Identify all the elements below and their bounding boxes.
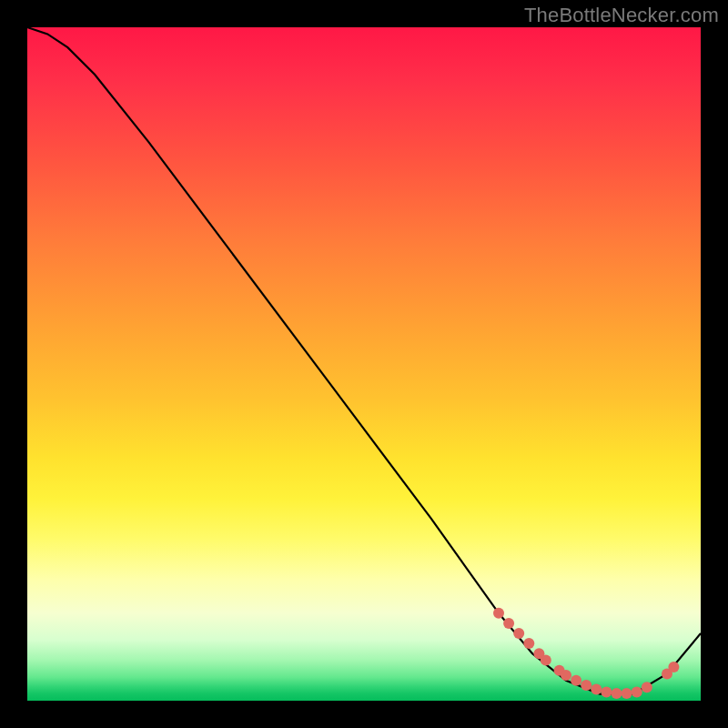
- marker-dot: [513, 628, 524, 639]
- marker-group: [493, 608, 679, 699]
- marker-dot: [581, 680, 592, 691]
- marker-dot: [523, 638, 534, 649]
- marker-dot: [601, 686, 612, 697]
- marker-dot: [541, 655, 551, 666]
- main-curve: [27, 27, 701, 694]
- watermark-text: TheBottleNecker.com: [524, 4, 719, 27]
- marker-dot: [571, 675, 581, 686]
- marker-dot: [632, 686, 642, 697]
- marker-dot: [561, 670, 571, 681]
- plot-area: [27, 27, 701, 701]
- marker-dot: [493, 608, 504, 619]
- chart-container: TheBottleNecker.com: [0, 0, 728, 728]
- marker-dot: [612, 688, 622, 699]
- marker-dot: [591, 683, 602, 694]
- marker-dot: [503, 618, 514, 629]
- marker-dot: [622, 688, 632, 699]
- curve-layer: [27, 27, 701, 701]
- marker-dot: [642, 682, 652, 693]
- marker-dot: [668, 662, 679, 672]
